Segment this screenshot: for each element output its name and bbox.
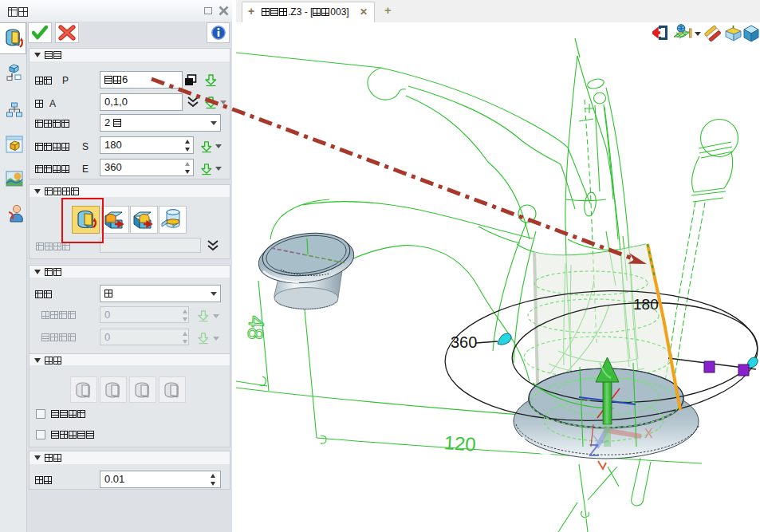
svg-text:180: 180 bbox=[633, 296, 659, 313]
svg-text:Z: Z bbox=[589, 440, 599, 460]
svg-text:48: 48 bbox=[242, 315, 269, 341]
svg-text:X: X bbox=[644, 427, 653, 440]
svg-text:360: 360 bbox=[451, 333, 477, 351]
svg-text:120: 120 bbox=[443, 432, 477, 455]
